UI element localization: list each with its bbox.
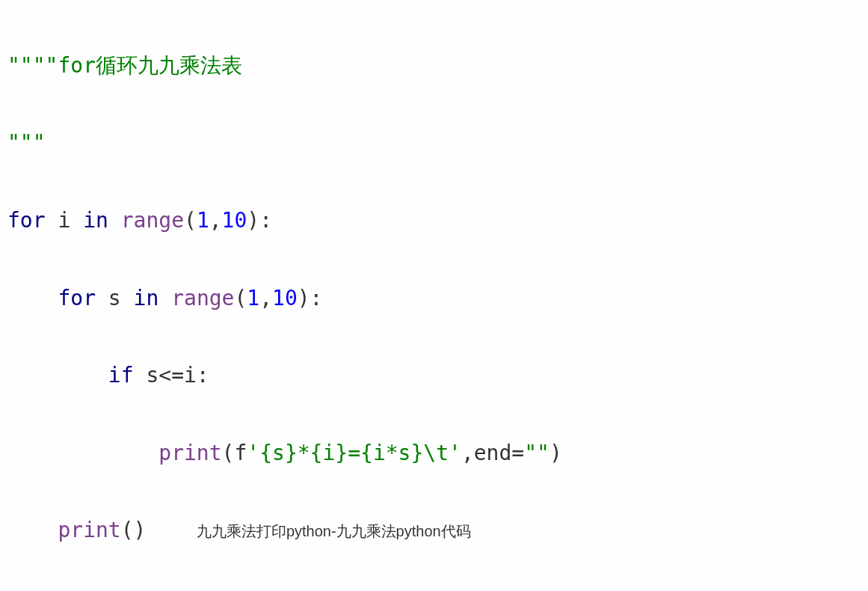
- code-line-6: print(f'{s}*{i}={i*s}\t',end=""): [7, 434, 861, 473]
- code-line-7: print() 九九乘法打印python-九九乘法python代码: [7, 511, 861, 550]
- code-line-4: for s in range(1,10):: [7, 279, 861, 318]
- fstring: '{s}*{i}={i*s}\t': [247, 441, 461, 465]
- number: 1: [247, 286, 259, 310]
- number: 10: [222, 208, 247, 233]
- keyword-for: for: [58, 286, 96, 310]
- func-range: range: [121, 208, 184, 233]
- number: 10: [272, 286, 298, 310]
- code-line-2: """: [7, 123, 861, 162]
- docstring-text: for循环九九乘法表: [58, 53, 242, 78]
- condition: s<=i:: [134, 363, 209, 388]
- keyword-for: for: [7, 208, 46, 233]
- watermark-text: 九九乘法打印python-九九乘法python代码: [197, 518, 471, 545]
- identifier: s: [96, 286, 134, 310]
- keyword-in: in: [134, 286, 159, 310]
- keyword-in: in: [83, 208, 108, 233]
- code-line-5: if s<=i:: [7, 356, 861, 395]
- number: 1: [197, 208, 209, 233]
- code-line-3: for i in range(1,10):: [7, 201, 861, 240]
- docstring-quote: """: [7, 130, 46, 155]
- func-print: print: [58, 518, 120, 542]
- identifier: i: [46, 208, 84, 233]
- keyword-if: if: [108, 363, 134, 388]
- code-line-1: """"for循环九九乘法表: [7, 46, 861, 85]
- docstring-quote: """": [7, 53, 58, 78]
- string: "": [524, 441, 550, 465]
- code-block: """"for循环九九乘法表 """ for i in range(1,10):…: [7, 7, 861, 591]
- func-range: range: [171, 286, 234, 310]
- func-print: print: [158, 441, 221, 465]
